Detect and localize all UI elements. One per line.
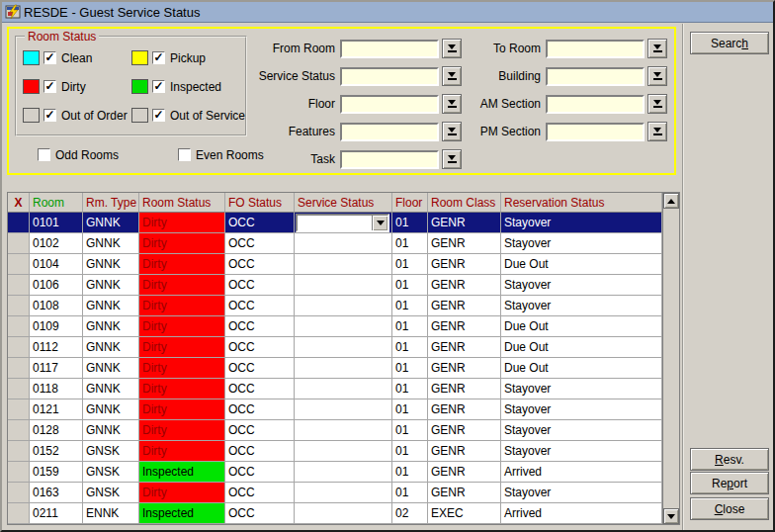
pm-section-input[interactable] — [546, 123, 645, 141]
cell-reservation-status[interactable]: Stayover — [501, 296, 662, 316]
cell-rm-type[interactable]: GNNK — [83, 379, 139, 399]
cell-reservation-status[interactable]: Stayover — [501, 275, 662, 296]
cell-fo-status[interactable]: OCC — [225, 233, 295, 254]
cell-fo-status[interactable]: OCC — [225, 254, 295, 275]
column-header-room-status[interactable]: Room Status — [139, 193, 225, 213]
cell-room[interactable]: 0128 — [30, 420, 83, 441]
cell-floor[interactable]: 01 — [392, 213, 428, 233]
cell-room-status[interactable]: Inspected — [139, 462, 225, 483]
cell-reservation-status[interactable]: Arrived — [501, 503, 662, 524]
resv-button[interactable]: Resv. — [690, 448, 769, 471]
cell-reservation-status[interactable]: Stayover — [501, 483, 662, 503]
cell-service-status[interactable] — [295, 254, 392, 275]
cell-room-status[interactable]: Dirty — [139, 420, 225, 441]
building-input[interactable] — [546, 67, 645, 86]
cell-room[interactable]: 0106 — [30, 275, 83, 296]
vertical-scrollbar[interactable] — [662, 193, 679, 524]
from-room-input[interactable] — [340, 40, 439, 58]
close-button[interactable]: Close — [690, 497, 769, 520]
cell-fo-status[interactable]: OCC — [225, 275, 295, 296]
cell-floor[interactable]: 01 — [392, 337, 428, 358]
cell-fo-status[interactable]: OCC — [225, 213, 295, 233]
row-selector[interactable] — [8, 503, 30, 524]
combo-dropdown-button[interactable] — [372, 216, 388, 230]
cell-room-status[interactable]: Inspected — [139, 503, 225, 524]
cell-room[interactable]: 0109 — [30, 316, 83, 337]
cell-reservation-status[interactable]: Arrived — [501, 462, 662, 483]
cell-rm-type[interactable]: GNNK — [83, 420, 139, 441]
cell-rm-type[interactable]: GNNK — [83, 296, 139, 316]
column-header-fo-status[interactable]: FO Status — [225, 193, 295, 213]
cell-room[interactable]: 0112 — [30, 337, 83, 358]
floor-input[interactable] — [340, 95, 439, 114]
cell-room-class[interactable]: EXEC — [428, 503, 501, 524]
cell-rm-type[interactable]: GNNK — [83, 254, 139, 275]
cell-service-status[interactable] — [295, 275, 392, 296]
row-selector[interactable] — [8, 254, 30, 275]
checkbox-dirty[interactable]: ✓ — [43, 80, 56, 93]
cell-fo-status[interactable]: OCC — [225, 358, 295, 379]
cell-service-status[interactable] — [295, 441, 392, 462]
cell-room-class[interactable]: GENR — [428, 483, 501, 503]
cell-room[interactable]: 0159 — [30, 462, 83, 483]
cell-rm-type[interactable]: ENNK — [83, 503, 139, 524]
cell-floor[interactable]: 01 — [392, 296, 428, 316]
cell-room-status[interactable]: Dirty — [139, 399, 225, 420]
am-section-lov-button[interactable] — [647, 94, 667, 114]
column-header-room-class[interactable]: Room Class — [428, 193, 501, 213]
cell-reservation-status[interactable]: Stayover — [501, 213, 662, 233]
cell-room-status[interactable]: Dirty — [139, 296, 225, 316]
cell-room-class[interactable]: GENR — [428, 441, 501, 462]
cell-rm-type[interactable]: GNNK — [83, 358, 139, 379]
cell-room[interactable]: 0163 — [30, 483, 83, 503]
checkbox-inspected[interactable]: ✓ — [152, 80, 165, 93]
table-row-room-0117[interactable]: 0117 GNNK Dirty OCC 01 GENR Due Out — [8, 358, 679, 379]
cell-room[interactable]: 0101 — [30, 213, 83, 233]
row-selector[interactable] — [8, 233, 30, 254]
table-row-room-0106[interactable]: 0106 GNNK Dirty OCC 01 GENR Stayover — [8, 275, 679, 296]
cell-floor[interactable]: 01 — [392, 483, 428, 503]
cell-floor[interactable]: 01 — [392, 233, 428, 254]
cell-room[interactable]: 0121 — [30, 399, 83, 420]
cell-room[interactable]: 0152 — [30, 441, 83, 462]
row-selector[interactable] — [8, 399, 30, 420]
cell-service-status[interactable] — [295, 462, 392, 483]
cell-fo-status[interactable]: OCC — [225, 420, 295, 441]
cell-fo-status[interactable]: OCC — [225, 503, 295, 524]
row-selector[interactable] — [8, 296, 30, 316]
cell-room-class[interactable]: GENR — [428, 399, 501, 420]
cell-fo-status[interactable]: OCC — [225, 379, 295, 399]
cell-floor[interactable]: 01 — [392, 275, 428, 296]
table-row-room-0108[interactable]: 0108 GNNK Dirty OCC 01 GENR Stayover — [8, 296, 679, 316]
cell-floor[interactable]: 01 — [392, 399, 428, 420]
cell-room-class[interactable]: GENR — [428, 213, 501, 233]
service-status-combo-value[interactable] — [298, 216, 372, 230]
row-selector[interactable] — [8, 213, 30, 233]
table-row-room-0102[interactable]: 0102 GNNK Dirty OCC 01 GENR Stayover — [8, 233, 679, 254]
features-lov-button[interactable] — [442, 122, 462, 141]
cell-room-class[interactable]: GENR — [428, 379, 501, 399]
checkbox-pickup[interactable]: ✓ — [152, 51, 165, 64]
cell-service-status[interactable] — [295, 296, 392, 316]
am-section-input[interactable] — [546, 95, 645, 114]
cell-service-status[interactable] — [295, 420, 392, 441]
cell-room-status[interactable]: Dirty — [139, 379, 225, 399]
cell-room-status[interactable]: Dirty — [139, 254, 225, 275]
cell-rm-type[interactable]: GNSK — [83, 462, 139, 483]
building-lov-button[interactable] — [647, 66, 667, 86]
column-header-reservation-status[interactable]: Reservation Status — [501, 193, 662, 213]
cell-room-status[interactable]: Dirty — [139, 441, 225, 462]
from-room-lov-button[interactable] — [442, 39, 462, 58]
cell-room-class[interactable]: GENR — [428, 275, 501, 296]
table-row-room-0118[interactable]: 0118 GNNK Dirty OCC 01 GENR Stayover — [8, 379, 679, 399]
table-row-room-0152[interactable]: 0152 GNSK Dirty OCC 01 GENR Stayover — [8, 441, 679, 462]
cell-rm-type[interactable]: GNNK — [83, 233, 139, 254]
cell-floor[interactable]: 01 — [392, 358, 428, 379]
cell-rm-type[interactable]: GNNK — [83, 337, 139, 358]
cell-room-status[interactable]: Dirty — [139, 213, 225, 233]
cell-room-class[interactable]: GENR — [428, 316, 501, 337]
row-selector[interactable] — [8, 337, 30, 358]
row-selector[interactable] — [8, 316, 30, 337]
cell-service-status[interactable] — [295, 503, 392, 524]
table-row-room-0211[interactable]: 0211 ENNK Inspected OCC 02 EXEC Arrived — [8, 503, 679, 524]
